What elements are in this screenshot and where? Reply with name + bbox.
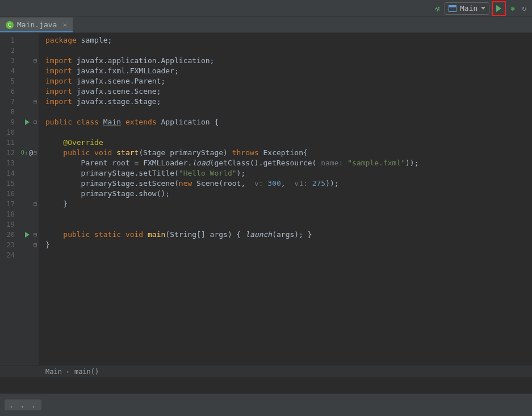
gutter-line[interactable]: 11 (0, 138, 38, 148)
gutter-icons: O↑@⊟ (16, 148, 38, 158)
gutter-line[interactable]: 8 (0, 107, 38, 117)
editor-tabs: C Main.java × (0, 17, 532, 33)
gutter-line[interactable]: 24 (0, 250, 38, 260)
line-number: 14 (0, 168, 16, 178)
code-line[interactable] (45, 127, 532, 138)
code-line[interactable]: @Override (45, 138, 532, 148)
fold-icon[interactable]: ⊟ (33, 148, 37, 158)
gutter[interactable]: 123⊟4567⊟89⊟101112O↑@⊟1314151617⊟181920⊟… (0, 33, 39, 365)
gutter-line[interactable]: 15 (0, 178, 38, 189)
gutter-line[interactable]: 7⊟ (0, 97, 38, 107)
gutter-line[interactable]: 2 (0, 45, 38, 56)
code-line[interactable] (45, 107, 532, 117)
gutter-icons: ⊟ (16, 232, 38, 238)
gutter-line[interactable]: 3⊟ (0, 56, 38, 66)
line-number: 2 (0, 45, 16, 56)
line-number: 1 (0, 35, 16, 45)
gutter-icons: ⊟ (16, 119, 38, 125)
code-line[interactable] (45, 219, 532, 230)
code-line[interactable]: primaryStage.setTitle("Hello World"); (45, 168, 532, 178)
fold-icon[interactable]: ⊟ (33, 199, 37, 209)
run-gutter-icon[interactable] (25, 119, 30, 125)
line-number: 15 (0, 178, 16, 189)
gutter-line[interactable]: 9⊟ (0, 117, 38, 127)
breadcrumb-class[interactable]: Main (45, 368, 62, 376)
tab-filename: Main.java (17, 20, 57, 29)
gutter-line[interactable]: 12O↑@⊟ (0, 148, 38, 158)
debug-button[interactable]: ✱ (508, 2, 517, 15)
editor: 123⊟4567⊟89⊟101112O↑@⊟1314151617⊟181920⊟… (0, 33, 532, 365)
line-number: 5 (0, 76, 16, 86)
gutter-line[interactable]: 4 (0, 66, 38, 76)
code-line[interactable] (45, 45, 532, 56)
line-number: 12 (0, 148, 16, 158)
code-line[interactable]: import javafx.application.Application; (45, 56, 532, 66)
tab-main-java[interactable]: C Main.java × (0, 18, 73, 32)
toolbar: ⚒ Main ✱ ↻ (0, 0, 532, 17)
run-with-coverage-button[interactable]: ↻ (520, 2, 529, 15)
gutter-line[interactable]: 18 (0, 209, 38, 219)
refresh-icon: ↻ (522, 4, 526, 13)
gutter-line[interactable]: 19 (0, 219, 38, 230)
code-line[interactable] (45, 250, 532, 260)
java-file-icon: C (6, 21, 14, 29)
fold-icon[interactable]: ⊟ (33, 97, 37, 107)
fold-icon[interactable]: ⊟ (33, 117, 37, 127)
gutter-line[interactable]: 16 (0, 189, 38, 199)
run-button[interactable] (492, 1, 506, 16)
gutter-line[interactable]: 6 (0, 86, 38, 97)
close-tab-button[interactable]: × (62, 20, 67, 29)
gutter-line[interactable]: 10 (0, 127, 38, 138)
code-line[interactable]: package sample; (45, 35, 532, 45)
line-number: 9 (0, 117, 16, 127)
code-line[interactable]: public void start(Stage primaryStage) th… (45, 148, 532, 158)
code-line[interactable] (45, 209, 532, 219)
code-line[interactable]: import javafx.scene.Parent; (45, 76, 532, 86)
gutter-line[interactable]: 13 (0, 158, 38, 168)
chevron-right-icon: ▸ (66, 368, 70, 375)
line-number: 19 (0, 219, 16, 230)
annotation-icon: @ (29, 148, 33, 158)
line-number: 11 (0, 138, 16, 148)
fold-icon[interactable]: ⊟ (33, 230, 37, 240)
breadcrumb[interactable]: Main ▸ main() (0, 365, 532, 377)
line-number: 24 (0, 250, 16, 260)
gutter-line[interactable]: 20⊟ (0, 230, 38, 240)
code-line[interactable]: public static void main(String[] args) {… (45, 230, 532, 240)
code-line[interactable]: primaryStage.setScene(new Scene(root, v:… (45, 178, 532, 189)
gutter-line[interactable]: 14 (0, 168, 38, 178)
code-line[interactable]: } (45, 199, 532, 209)
gutter-line[interactable]: 1 (0, 35, 38, 45)
build-button[interactable]: ⚒ (433, 2, 442, 15)
hammer-icon: ⚒ (433, 2, 442, 14)
run-config-select[interactable]: Main (445, 2, 489, 15)
gutter-line[interactable]: 17⊟ (0, 199, 38, 209)
run-config-label: Main (460, 4, 477, 13)
run-gutter-icon[interactable] (25, 232, 30, 238)
line-number: 10 (0, 127, 16, 138)
line-number: 6 (0, 86, 16, 97)
code-line[interactable]: primaryStage.show(); (45, 189, 532, 199)
line-number: 8 (0, 107, 16, 117)
fold-icon[interactable]: ⊟ (33, 240, 37, 250)
code-line[interactable]: public class Main extends Application { (45, 117, 532, 127)
line-number: 13 (0, 158, 16, 168)
code-line[interactable]: import javafx.scene.Scene; (45, 86, 532, 97)
code-line[interactable]: import javafx.stage.Stage; (45, 97, 532, 107)
code-line[interactable]: } (45, 240, 532, 250)
status-bar: . . . (0, 393, 532, 416)
line-number: 16 (0, 189, 16, 199)
code-line[interactable]: import javafx.fxml.FXMLLoader; (45, 66, 532, 76)
override-icon[interactable]: O↑ (21, 148, 28, 158)
gutter-line[interactable]: 23⊟ (0, 240, 38, 250)
code-area[interactable]: package sample; import javafx.applicatio… (39, 33, 532, 365)
line-number: 3 (0, 56, 16, 66)
line-number: 18 (0, 209, 16, 219)
tool-window-button[interactable]: . . . (5, 400, 41, 410)
code-line[interactable]: Parent root = FXMLLoader.load(getClass()… (45, 158, 532, 168)
gutter-line[interactable]: 5 (0, 76, 38, 86)
breadcrumb-method[interactable]: main() (74, 368, 99, 376)
line-number: 23 (0, 240, 16, 250)
fold-icon[interactable]: ⊟ (33, 56, 37, 66)
chevron-down-icon (481, 7, 485, 10)
